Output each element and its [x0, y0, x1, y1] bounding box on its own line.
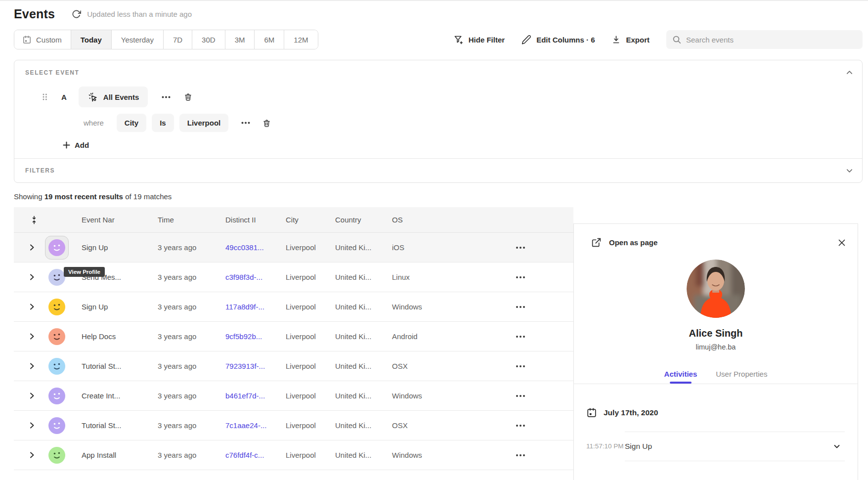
hide-filter-button[interactable]: Hide Filter — [453, 35, 505, 45]
avatar-face-icon — [48, 417, 65, 434]
table-row[interactable]: Sign Up 3 years ago 49cc0381... Liverpoo… — [14, 233, 573, 262]
row-actions-button[interactable] — [515, 362, 526, 370]
download-icon — [611, 35, 621, 44]
tab-yesterday[interactable]: Yesterday — [111, 30, 163, 49]
export-button[interactable]: Export — [611, 35, 650, 44]
search-icon — [672, 35, 681, 44]
select-event-label: SELECT EVENT — [25, 69, 79, 76]
user-avatar[interactable] — [48, 447, 65, 464]
cell-distinct-id-link[interactable]: 117a8d9f-... — [225, 303, 286, 311]
row-actions-button[interactable] — [515, 451, 526, 459]
calendar-icon — [22, 35, 32, 44]
where-delete-button[interactable] — [262, 118, 271, 128]
user-avatar[interactable] — [48, 417, 65, 434]
table-row[interactable]: Sign Up 3 years ago 117a8d9f-... Liverpo… — [14, 292, 573, 322]
cell-event-name: Tutorial St... — [72, 362, 158, 370]
row-actions-button[interactable] — [515, 244, 526, 252]
row-actions-button[interactable] — [515, 392, 526, 400]
cell-distinct-id-link[interactable]: c3f98f3d-... — [225, 273, 286, 281]
tab-user-properties[interactable]: User Properties — [716, 370, 767, 384]
open-as-page-button[interactable]: Open as page — [591, 237, 657, 248]
expand-row-button[interactable] — [14, 244, 35, 251]
cell-distinct-id-link[interactable]: b461ef7d-... — [225, 392, 286, 400]
event-more-options-button[interactable] — [162, 96, 171, 98]
user-avatar[interactable] — [48, 269, 65, 286]
event-selector-button[interactable]: All Events — [79, 87, 148, 107]
cell-distinct-id-link[interactable]: 9cf5b92b... — [225, 332, 286, 341]
activity-event-row[interactable]: Sign Up — [625, 432, 845, 461]
tab-today[interactable]: Today — [71, 30, 111, 49]
expand-row-button[interactable] — [14, 333, 35, 340]
expand-row-button[interactable] — [14, 392, 35, 399]
expand-row-button[interactable] — [14, 273, 35, 281]
tab-7d[interactable]: 7D — [163, 30, 192, 49]
close-panel-button[interactable] — [838, 239, 846, 247]
where-more-options-button[interactable] — [241, 122, 250, 124]
col-header-event[interactable]: Event Nar — [72, 216, 158, 224]
avatar-face-icon — [48, 328, 65, 345]
edit-columns-button[interactable]: Edit Columns · 6 — [521, 35, 595, 44]
expand-filters-button[interactable] — [846, 167, 853, 175]
cell-city: Liverpool — [286, 332, 335, 341]
col-header-time[interactable]: Time — [158, 216, 225, 224]
user-avatar[interactable] — [48, 358, 65, 375]
cell-distinct-id-link[interactable]: c76fdf4f-c... — [225, 451, 286, 459]
user-avatar[interactable] — [45, 236, 69, 260]
chevron-down-icon — [846, 167, 853, 175]
add-clause-button[interactable]: Add — [63, 141, 89, 149]
sort-arrows-icon[interactable] — [14, 216, 38, 224]
tab-6m[interactable]: 6M — [254, 30, 284, 49]
search-input[interactable] — [686, 36, 857, 44]
col-header-distinct-id[interactable]: Distinct II — [225, 216, 286, 224]
col-header-os[interactable]: OS — [392, 216, 449, 224]
table-row[interactable]: Help Docs 3 years ago 9cf5b92b... Liverp… — [14, 322, 573, 351]
row-actions-button[interactable] — [515, 273, 526, 281]
tab-label: 3M — [235, 36, 245, 44]
value-chip[interactable]: Liverpool — [179, 114, 229, 132]
cursor-click-icon — [87, 91, 98, 102]
plus-icon — [63, 141, 70, 149]
collapse-section-button[interactable] — [846, 69, 853, 76]
chevron-down-icon[interactable] — [833, 442, 841, 450]
row-actions-button[interactable] — [515, 303, 526, 311]
cell-event-name: Help Docs — [72, 332, 158, 341]
user-avatar[interactable] — [48, 328, 65, 345]
chevron-right-icon — [29, 303, 35, 310]
edit-columns-label: Edit Columns · 6 — [536, 36, 595, 44]
operator-chip[interactable]: Is — [152, 114, 174, 132]
row-actions-button[interactable] — [515, 422, 526, 430]
cell-distinct-id-link[interactable]: 7923913f-... — [225, 362, 286, 370]
toolbar: Custom Today Yesterday 7D 30D 3M 6M 12M … — [14, 30, 863, 49]
add-label: Add — [75, 141, 89, 149]
expand-row-button[interactable] — [14, 422, 35, 429]
table-header-row: Event Nar Time Distinct II City Country … — [14, 207, 573, 233]
table-row[interactable]: Tutorial St... 3 years ago 7c1aae24-... … — [14, 411, 573, 440]
table-row[interactable]: Create Int... 3 years ago b461ef7d-... L… — [14, 381, 573, 411]
tab-activities[interactable]: Activities — [664, 370, 697, 384]
profile-photo — [687, 260, 745, 318]
cell-country: United Ki... — [335, 421, 392, 430]
cell-distinct-id-link[interactable]: 7c1aae24-... — [225, 421, 286, 430]
expand-row-button[interactable] — [14, 362, 35, 370]
tab-custom[interactable]: Custom — [14, 30, 71, 49]
user-avatar[interactable] — [48, 299, 65, 315]
expand-row-button[interactable] — [14, 303, 35, 310]
tab-12m[interactable]: 12M — [284, 30, 317, 49]
col-header-city[interactable]: City — [286, 216, 335, 224]
profile-name: Alice Singh — [574, 328, 858, 339]
profile-tabs: Activities User Properties — [574, 370, 858, 384]
tab-30d[interactable]: 30D — [192, 30, 225, 49]
table-row[interactable]: App Install 3 years ago c76fdf4f-c... Li… — [14, 440, 573, 470]
summary-count: 19 most recent results — [44, 192, 123, 201]
expand-row-button[interactable] — [14, 451, 35, 459]
tab-3m[interactable]: 3M — [225, 30, 255, 49]
cell-distinct-id-link[interactable]: 49cc0381... — [225, 243, 286, 252]
col-header-country[interactable]: Country — [335, 216, 392, 224]
table-row[interactable]: Tutorial St... 3 years ago 7923913f-... … — [14, 351, 573, 381]
property-chip[interactable]: City — [117, 114, 146, 132]
user-avatar[interactable] — [48, 388, 65, 404]
drag-handle-icon[interactable] — [42, 93, 47, 101]
refresh-button[interactable] — [72, 9, 81, 19]
event-delete-button[interactable] — [183, 92, 193, 102]
row-actions-button[interactable] — [515, 333, 526, 341]
